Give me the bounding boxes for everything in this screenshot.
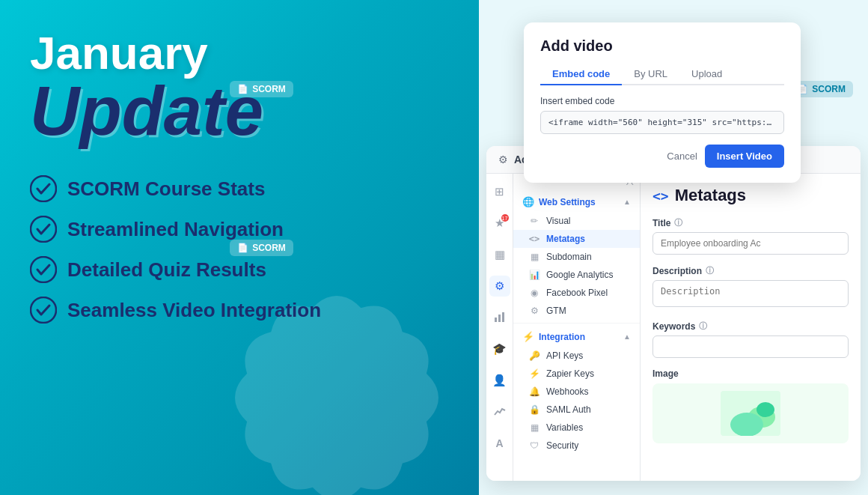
embed-label: Insert embed code xyxy=(540,96,784,106)
add-video-modal: Add video Embed code By URL Upload Inser… xyxy=(524,22,801,183)
nav-item-subdomain[interactable]: ▦ Subdomain xyxy=(513,248,640,266)
api-keys-icon: 🔑 xyxy=(528,350,540,361)
feature-item-1: SCORM Course Stats xyxy=(30,175,321,202)
scorm-icon-1: 📄 xyxy=(237,84,248,94)
nav-item-webhooks[interactable]: 🔔 Webhooks xyxy=(513,383,640,401)
feature-item-4: Seamless Video Integration xyxy=(30,297,321,324)
settings-main-content: <> Metatags Title ⓘ Description ⓘ xyxy=(641,174,861,481)
svg-point-7 xyxy=(31,216,56,242)
icon-bar: ⊞ ★ 17 ▦ ⚙ 🎓 👤 A xyxy=(486,174,513,481)
security-icon: 🛡 xyxy=(528,440,540,451)
january-title: January xyxy=(30,30,321,76)
sidebar-icon-users[interactable]: 👤 xyxy=(489,370,510,391)
nav-item-visual[interactable]: ✏ Visual xyxy=(513,212,640,230)
nav-item-saml-auth[interactable]: 🔒 SAML Auth xyxy=(513,401,640,419)
sidebar-icon-star[interactable]: ★ 17 xyxy=(489,213,510,234)
field-description-group: Description ⓘ xyxy=(652,265,849,310)
image-preview-svg xyxy=(721,391,780,436)
scorm-icon-2: 📄 xyxy=(237,243,248,253)
field-title-group: Title ⓘ xyxy=(652,217,849,255)
embed-input[interactable]: <iframe width="560" height="315" src="ht… xyxy=(540,111,784,134)
feature-text-2: Streamlined Navigation xyxy=(67,218,284,241)
svg-point-9 xyxy=(31,297,56,323)
sidebar-icon-graduation[interactable]: 🎓 xyxy=(489,338,510,359)
subdomain-icon: ▦ xyxy=(528,252,540,262)
svg-point-6 xyxy=(31,176,56,201)
feature-item-3: Detailed Quiz Results xyxy=(30,256,321,283)
zapier-icon: ⚡ xyxy=(528,368,540,379)
tab-embed-code[interactable]: Embed code xyxy=(540,64,622,85)
webhooks-icon: 🔔 xyxy=(528,386,540,397)
left-content: January Update SCORM Course Stats Stream… xyxy=(30,30,321,324)
description-info-icon: ⓘ xyxy=(706,265,714,276)
modal-title: Add video xyxy=(540,37,784,55)
keywords-info-icon: ⓘ xyxy=(699,321,707,332)
field-image-group: Image xyxy=(652,368,849,443)
saml-icon: 🔒 xyxy=(528,404,540,415)
left-panel: January Update SCORM Course Stats Stream… xyxy=(0,0,479,495)
web-settings-section-header[interactable]: 🌐 Web Settings ▲ xyxy=(513,192,640,212)
image-placeholder[interactable] xyxy=(652,383,849,443)
cancel-button[interactable]: Cancel xyxy=(667,151,697,162)
field-keywords-label: Keywords ⓘ xyxy=(652,321,849,332)
nav-item-variables[interactable]: ▦ Variables xyxy=(513,419,640,437)
svg-rect-12 xyxy=(502,312,504,322)
tab-upload[interactable]: Upload xyxy=(679,64,734,85)
sidebar-icon-chart[interactable] xyxy=(489,401,510,422)
description-input[interactable] xyxy=(652,280,849,307)
check-icon-4 xyxy=(30,297,57,324)
field-keywords-group: Keywords ⓘ xyxy=(652,321,849,358)
nav-separator xyxy=(513,323,640,324)
title-info-icon: ⓘ xyxy=(674,217,682,228)
integration-section-header[interactable]: ⚡ Integration ▲ xyxy=(513,327,640,347)
svg-rect-11 xyxy=(498,315,501,322)
sidebar-icon-font[interactable]: A xyxy=(489,433,510,454)
web-settings-chevron: ▲ xyxy=(623,198,631,206)
gtm-icon: ⚙ xyxy=(528,306,540,316)
nav-item-google-analytics[interactable]: 📊 Google Analytics xyxy=(513,266,640,284)
nav-item-security[interactable]: 🛡 Security xyxy=(513,437,640,455)
keywords-input[interactable] xyxy=(652,335,849,358)
metatags-icon: <> xyxy=(528,234,540,244)
svg-point-15 xyxy=(730,413,763,436)
sidebar-icon-analytics[interactable] xyxy=(489,307,510,328)
check-icon-2 xyxy=(30,216,57,243)
right-panel: 📄 SCORM Add video Embed code By URL Uplo… xyxy=(479,0,868,495)
settings-nav-sidebar: › ‹ 🌐 Web Settings ▲ ✏ Visual <> Metat xyxy=(513,174,641,481)
scorm-badge-left-top: 📄 SCORM xyxy=(230,81,293,97)
web-settings-label: 🌐 Web Settings xyxy=(522,196,596,207)
feature-item-2: Streamlined Navigation xyxy=(30,216,321,243)
sidebar-icon-settings[interactable]: ⚙ xyxy=(489,276,510,297)
modal-actions: Cancel Insert Video xyxy=(540,145,784,168)
metatags-title-icon: <> xyxy=(652,188,669,204)
variables-icon: ▦ xyxy=(528,422,540,433)
modal-tabs: Embed code By URL Upload xyxy=(540,64,784,85)
google-analytics-icon: 📊 xyxy=(528,270,540,280)
integration-label: ⚡ Integration xyxy=(522,331,585,342)
notification-badge: 17 xyxy=(501,214,509,222)
nav-item-facebook-pixel[interactable]: ◉ Facebook Pixel xyxy=(513,284,640,302)
tab-by-url[interactable]: By URL xyxy=(622,64,679,85)
title-input[interactable] xyxy=(652,232,849,255)
nav-item-zapier-keys[interactable]: ⚡ Zapier Keys xyxy=(513,365,640,383)
insert-video-button[interactable]: Insert Video xyxy=(705,145,784,168)
svg-rect-10 xyxy=(495,318,497,322)
field-description-label: Description ⓘ xyxy=(652,265,849,276)
nav-item-api-keys[interactable]: 🔑 API Keys xyxy=(513,347,640,365)
nav-item-gtm[interactable]: ⚙ GTM xyxy=(513,302,640,320)
settings-body: ⊞ ★ 17 ▦ ⚙ 🎓 👤 A › ‹ xyxy=(486,174,861,481)
feature-text-4: Seamless Video Integration xyxy=(67,299,321,322)
settings-panel: ⚙ Academy Settings ⊞ ★ 17 ▦ ⚙ 🎓 👤 xyxy=(486,146,861,481)
svg-point-8 xyxy=(31,257,56,282)
content-title: <> Metatags xyxy=(652,186,849,205)
facebook-pixel-icon: ◉ xyxy=(528,288,540,298)
field-image-label: Image xyxy=(652,368,849,379)
field-title-label: Title ⓘ xyxy=(652,217,849,228)
sidebar-icon-home[interactable]: ⊞ xyxy=(489,181,510,202)
sidebar-icon-grid[interactable]: ▦ xyxy=(489,244,510,265)
visual-icon: ✏ xyxy=(528,216,540,226)
feature-text-3: Detailed Quiz Results xyxy=(67,258,266,282)
check-icon-3 xyxy=(30,256,57,283)
nav-item-metatags[interactable]: <> Metatags xyxy=(513,230,640,248)
svg-point-16 xyxy=(757,402,774,417)
